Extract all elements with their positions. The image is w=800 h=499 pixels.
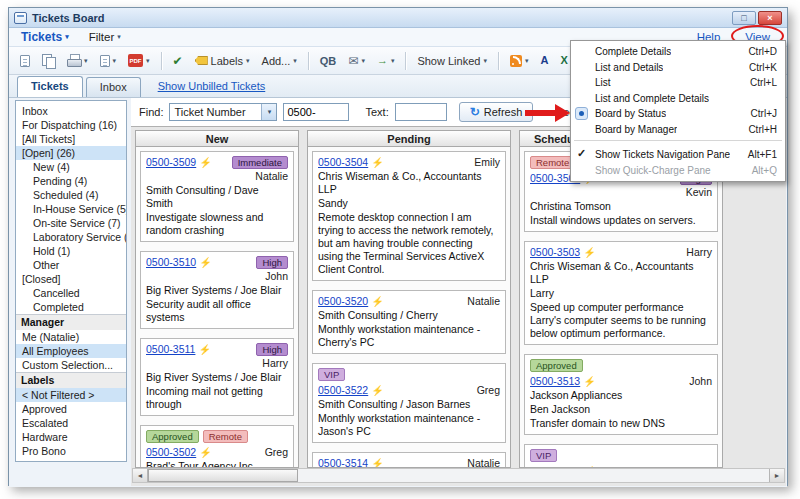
forward-button[interactable]: →▾ — [372, 50, 400, 72]
view-menu-item-board-by-manager[interactable]: Board by ManagerCtrl+H — [571, 122, 785, 138]
ticket-link[interactable]: 0500-3522 — [318, 384, 368, 397]
sidebar-item-approved[interactable]: Approved — [16, 402, 126, 416]
ticket-row: 0500-3511⚡High — [146, 343, 288, 356]
quickbooks-button[interactable]: QB — [315, 50, 342, 72]
ticket-link[interactable]: 0500-3502 — [146, 446, 196, 459]
new-ticket-button[interactable] — [15, 50, 35, 72]
copy-button[interactable] — [37, 50, 60, 72]
labels-button[interactable]: Labels▾ — [190, 50, 255, 72]
sidebar-item-new-4[interactable]: New (4) — [16, 160, 126, 174]
scrollbar-track[interactable] — [148, 469, 769, 482]
sidebar-item-completed[interactable]: Completed — [16, 300, 126, 314]
ticket-link[interactable]: 0500-3504 — [318, 156, 368, 169]
sidebar-item-remote[interactable]: Remote — [16, 458, 126, 462]
sidebar-item-open-26[interactable]: [Open] (26) — [16, 146, 126, 160]
ticket-link[interactable]: 0500-3503 — [530, 246, 580, 259]
menu-separator — [574, 140, 782, 144]
view-menu-item-list-and-complete-details[interactable]: List and Complete Details — [571, 91, 785, 107]
ticket-card[interactable]: 0500-3509⚡ImmediateNatalieSmith Consulti… — [140, 151, 294, 242]
view-menu-item-list[interactable]: ListCtrl+L — [571, 75, 785, 91]
sidebar-item-all-employees[interactable]: All Employees — [16, 344, 126, 358]
sidebar-item-hardware[interactable]: Hardware — [16, 430, 126, 444]
sidebar-item-all-tickets[interactable]: [All Tickets] — [16, 132, 126, 146]
ticket-link[interactable]: 0500-3513 — [530, 375, 580, 388]
printer-icon — [67, 54, 81, 67]
preview-button[interactable]: ▾ — [95, 50, 122, 72]
rss-button[interactable]: ▾ — [505, 50, 534, 72]
company-line: Ben Jackson — [530, 403, 712, 416]
scroll-left-button[interactable]: ◄ — [133, 469, 148, 482]
ticket-card[interactable]: 0500-3504⚡EmilyChris Wiseman & Co., Acco… — [312, 151, 506, 281]
complete-button[interactable]: ✔ — [168, 50, 188, 72]
sidebar-item-laboratory-service-1[interactable]: Laboratory Service (1) — [16, 230, 126, 244]
ticket-card[interactable]: Approved0500-3513⚡JohnJackson Appliances… — [524, 354, 718, 435]
view-menu-item-complete-details[interactable]: Complete DetailsCtrl+D — [571, 44, 785, 60]
ticket-card[interactable]: VIP0500-3522⚡GregSmith Consulting / Jaso… — [312, 363, 506, 443]
ticket-card[interactable]: 0500-3514⚡NatalieJackson Appliances / Be… — [312, 452, 506, 468]
show-unbilled-tickets-link[interactable]: Show Unbilled Tickets — [158, 80, 266, 92]
sidebar-item-hold-1[interactable]: Hold (1) — [16, 244, 126, 258]
view-menu-item-board-by-status[interactable]: Board by StatusCtrl+J — [571, 106, 785, 122]
checkmark-icon: ✓ — [577, 147, 586, 160]
ticket-link[interactable]: 0500-3514 — [318, 457, 368, 468]
priority-badge: High — [256, 256, 288, 269]
ticket-link[interactable]: 0500-3520 — [318, 295, 368, 308]
sidebar-item-other[interactable]: Other — [16, 258, 126, 272]
sidebar-item-closed[interactable]: [Closed] — [16, 272, 126, 286]
filter-menu[interactable]: Filter ▾ — [89, 31, 121, 43]
ticket-number-input[interactable] — [283, 103, 349, 121]
show-linked-button[interactable]: Show Linked▾ — [412, 50, 492, 72]
shortcut-label: Ctrl+H — [738, 124, 777, 135]
label-badge-approved: Approved — [146, 430, 199, 443]
ticket-row: 0500-3502⚡Greg — [146, 446, 288, 459]
navigation-pane: InboxFor Dispatching (16)[All Tickets][O… — [15, 100, 127, 462]
lightning-icon: ⚡ — [371, 156, 383, 169]
email-button[interactable]: ✉▾ — [343, 50, 370, 72]
sidebar-item-not-filtered[interactable]: < Not Filtered > — [16, 388, 126, 402]
sidebar-item-in-house-service-5[interactable]: In-House Service (5) — [16, 202, 126, 216]
scroll-right-button[interactable]: ► — [769, 469, 784, 482]
ticket-link[interactable]: 0500-3509 — [146, 156, 196, 169]
ticket-card[interactable]: 0500-3511⚡HighHarryBig River Systems / J… — [140, 338, 294, 416]
view-menu-item-show-quick-charge-pane: Show Quick-Charge PaneAlt+Q — [571, 163, 785, 179]
sidebar-item-for-dispatching-16[interactable]: For Dispatching (16) — [16, 118, 126, 132]
ticket-link[interactable]: 0500-3511 — [146, 343, 195, 356]
sidebar-item-me-natalie[interactable]: Me (Natalie) — [16, 330, 126, 344]
sidebar-item-inbox[interactable]: Inbox — [16, 104, 126, 118]
app-icon — [14, 12, 27, 24]
ticket-card[interactable]: 0500-3510⚡HighJohnBig River Systems / Jo… — [140, 251, 294, 329]
text-search-input[interactable] — [395, 103, 447, 121]
ticket-card[interactable]: VIP0500-3521⚡NatalieSmith Consulting / C… — [524, 444, 718, 468]
shortcut-label: Ctrl+D — [738, 46, 777, 57]
font-button[interactable]: A — [535, 50, 553, 72]
print-button[interactable]: ▾ — [62, 50, 93, 72]
ticket-card[interactable]: ApprovedRemote0500-3502⚡GregBrad's Tour … — [140, 425, 294, 468]
ticket-card[interactable]: 0500-3503⚡HarryChris Wiseman & Co., Acco… — [524, 241, 718, 345]
tab-inbox[interactable]: Inbox — [86, 77, 141, 97]
ticket-description: Incoming mail not getting through — [146, 385, 288, 411]
sidebar-item-on-site-service-7[interactable]: On-site Service (7) — [16, 216, 126, 230]
titlebar[interactable]: Tickets Board □ × — [9, 8, 787, 28]
tickets-menu[interactable]: Tickets ▾ — [21, 30, 69, 44]
pdf-button[interactable]: PDF▾ — [123, 50, 155, 72]
sidebar-item-escalated[interactable]: Escalated — [16, 416, 126, 430]
sidebar-item-pending-4[interactable]: Pending (4) — [16, 174, 126, 188]
close-button[interactable]: × — [758, 11, 782, 25]
find-type-select[interactable]: Ticket Number ▾ — [169, 103, 277, 121]
sidebar-item-scheduled-4[interactable]: Scheduled (4) — [16, 188, 126, 202]
refresh-icon: ↻ — [470, 105, 480, 119]
sidebar-item-cancelled[interactable]: Cancelled — [16, 286, 126, 300]
ticket-link[interactable]: 0500-3510 — [146, 256, 196, 269]
view-menu-item-show-tickets-navigation-pane[interactable]: ✓Show Tickets Navigation PaneAlt+F1 — [571, 147, 785, 163]
sidebar-item-custom-selection[interactable]: Custom Selection... — [16, 358, 126, 372]
refresh-button[interactable]: ↻ Refresh — [459, 102, 534, 122]
tab-tickets[interactable]: Tickets — [17, 76, 83, 97]
scrollbar-thumb[interactable] — [148, 469, 298, 482]
board-horizontal-scrollbar[interactable]: ◄ ► — [132, 468, 785, 483]
ticket-card[interactable]: 0500-3520⚡NatalieSmith Consulting / Cher… — [312, 290, 506, 354]
sidebar-item-pro-bono[interactable]: Pro Bono — [16, 444, 126, 458]
add-button[interactable]: Add...▾ — [257, 50, 302, 72]
view-menu-item-list-and-details[interactable]: List and DetailsCtrl+K — [571, 60, 785, 76]
maximize-button[interactable]: □ — [732, 11, 756, 25]
column-header: New — [135, 130, 299, 147]
